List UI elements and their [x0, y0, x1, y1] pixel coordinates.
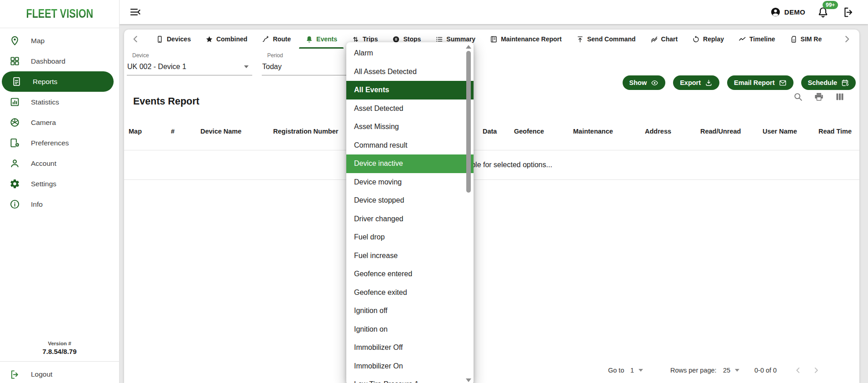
topbar: DEMO 99+: [119, 0, 868, 24]
signout-icon[interactable]: [843, 6, 854, 18]
event-type-option[interactable]: Immobilizer On: [346, 357, 474, 376]
star-icon: [205, 35, 213, 43]
column-header[interactable]: Address: [645, 128, 671, 135]
column-header[interactable]: Data: [483, 128, 497, 135]
tab-label: Combined: [216, 35, 247, 43]
tab-chart[interactable]: Chart: [650, 30, 678, 49]
column-header[interactable]: Registration Number: [273, 128, 338, 135]
event-type-option[interactable]: Alarm: [346, 44, 474, 63]
search-icon[interactable]: [793, 92, 803, 102]
event-type-option-label: Immobilizer Off: [354, 343, 403, 352]
goto-label: Go to: [608, 367, 624, 374]
event-type-option[interactable]: Device stopped: [346, 191, 474, 210]
column-header[interactable]: Map: [129, 128, 142, 135]
logout-button[interactable]: Logout: [0, 365, 119, 383]
event-type-option[interactable]: Geofence exited: [346, 284, 474, 302]
tab-maintenance-report[interactable]: Maintenance Report: [490, 30, 562, 49]
sidebar-item-map[interactable]: Map: [0, 30, 119, 51]
account-icon: [10, 158, 20, 169]
action-button-label: Show: [629, 79, 647, 86]
event-type-option[interactable]: Command result: [346, 136, 474, 155]
tab-send-command[interactable]: Send Command: [576, 30, 636, 49]
table-divider: [124, 150, 859, 150]
sidebar-item-info[interactable]: Info: [0, 194, 119, 214]
event-type-option[interactable]: Fuel drop: [346, 228, 474, 247]
event-type-option[interactable]: Driver changed: [346, 210, 474, 229]
sidebar-item-account[interactable]: Account: [0, 153, 119, 174]
column-header[interactable]: User Name: [763, 128, 797, 135]
user-avatar-icon[interactable]: [770, 6, 781, 18]
tab-devices[interactable]: Devices: [156, 30, 191, 49]
report-tabbar: Devices Combined Route Events Trips Stop…: [124, 30, 859, 49]
event-type-option[interactable]: All Assets Detected: [346, 63, 474, 81]
tabs-scroll-left-icon[interactable]: [130, 33, 141, 45]
empty-table-message: No data available for selected options..…: [124, 161, 853, 169]
scroll-up-icon[interactable]: [466, 45, 471, 49]
column-header[interactable]: Read Time: [818, 128, 852, 135]
version-label: Version #: [0, 341, 119, 346]
show-button[interactable]: Show: [623, 75, 666, 90]
event-type-option[interactable]: Device inactive: [346, 154, 474, 173]
tab-replay[interactable]: Replay: [692, 30, 724, 49]
tab-combined[interactable]: Combined: [205, 30, 247, 49]
schedule-button[interactable]: Schedule: [801, 75, 856, 90]
column-header[interactable]: Device Name: [200, 128, 241, 135]
tab-label: Stops: [403, 35, 421, 43]
brand-logo: FLEET VISION: [0, 0, 119, 28]
sidebar-item-reports[interactable]: Reports: [2, 71, 114, 92]
event-type-option[interactable]: Asset Missing: [346, 118, 474, 136]
event-type-option-label: Fuel increase: [354, 252, 398, 260]
export-button[interactable]: Export: [673, 75, 719, 90]
column-header[interactable]: Geofence: [514, 128, 544, 135]
print-icon[interactable]: [814, 92, 824, 102]
column-header[interactable]: Maintenance: [573, 128, 613, 135]
sidebar-item-preferences[interactable]: Preferences: [0, 133, 119, 153]
goto-page-select[interactable]: 1: [630, 367, 643, 374]
sidebar-item-dashboard[interactable]: Dashboard: [0, 51, 119, 71]
tab-timeline[interactable]: Timeline: [738, 30, 775, 49]
goto-page-value: 1: [630, 367, 634, 374]
next-page-icon[interactable]: [811, 365, 821, 375]
event-type-option[interactable]: Immobilizer Off: [346, 338, 474, 357]
event-type-option[interactable]: Device moving: [346, 173, 474, 192]
preferences-icon: [10, 138, 20, 148]
notifications-button[interactable]: 99+: [817, 6, 829, 18]
menu-open-icon[interactable]: [129, 6, 141, 18]
pagination-range: 0-0 of 0: [754, 367, 777, 374]
event-type-option[interactable]: Low Tire Pressure 1: [346, 375, 474, 383]
action-buttons: Show Export Email Report Schedule: [623, 75, 856, 90]
scrollbar-thumb[interactable]: [466, 51, 471, 193]
column-header[interactable]: Read/Unread: [700, 128, 741, 135]
column-header[interactable]: #: [171, 128, 175, 135]
device-select-label: Device: [132, 52, 252, 59]
event-type-option[interactable]: Ignition off: [346, 302, 474, 320]
sidebar-item-statistics[interactable]: Statistics: [0, 92, 119, 112]
event-type-option[interactable]: Geofence entered: [346, 265, 474, 284]
rows-per-page-select[interactable]: 25: [723, 367, 739, 374]
tab-label: Replay: [703, 35, 724, 43]
version-info: Version # 7.8.54/8.79: [0, 341, 119, 355]
event-type-dropdown: Alarm All Assets Detected All Events Ass…: [346, 42, 474, 383]
tab-events[interactable]: Events: [305, 30, 337, 49]
dashboard-icon: [10, 56, 20, 66]
scroll-down-icon[interactable]: [466, 378, 471, 382]
event-type-option-label: Fuel drop: [354, 233, 385, 241]
email-report-button[interactable]: Email Report: [727, 75, 793, 90]
event-type-option-label: Geofence exited: [354, 288, 407, 297]
tab-sim-report[interactable]: SIM Re: [790, 30, 822, 49]
device-select[interactable]: Device UK 002 - Device 1: [127, 52, 252, 75]
tabs-scroll-right-icon[interactable]: [841, 33, 853, 45]
event-type-option[interactable]: Asset Detected: [346, 99, 474, 118]
previous-page-icon[interactable]: [793, 365, 803, 375]
columns-icon[interactable]: [835, 92, 845, 102]
tab-label: Maintenance Report: [501, 35, 562, 43]
report-card: Devices Combined Route Events Trips Stop…: [124, 30, 859, 383]
event-type-option[interactable]: Ignition on: [346, 320, 474, 339]
event-type-option[interactable]: Fuel increase: [346, 247, 474, 265]
sidebar-item-camera[interactable]: Camera: [0, 112, 119, 133]
action-button-label: Export: [680, 79, 701, 86]
report-tabs: Devices Combined Route Events Trips Stop…: [156, 30, 841, 49]
tab-route[interactable]: Route: [262, 30, 291, 49]
sidebar-item-settings[interactable]: Settings: [0, 174, 119, 194]
event-type-option[interactable]: All Events: [346, 81, 474, 99]
